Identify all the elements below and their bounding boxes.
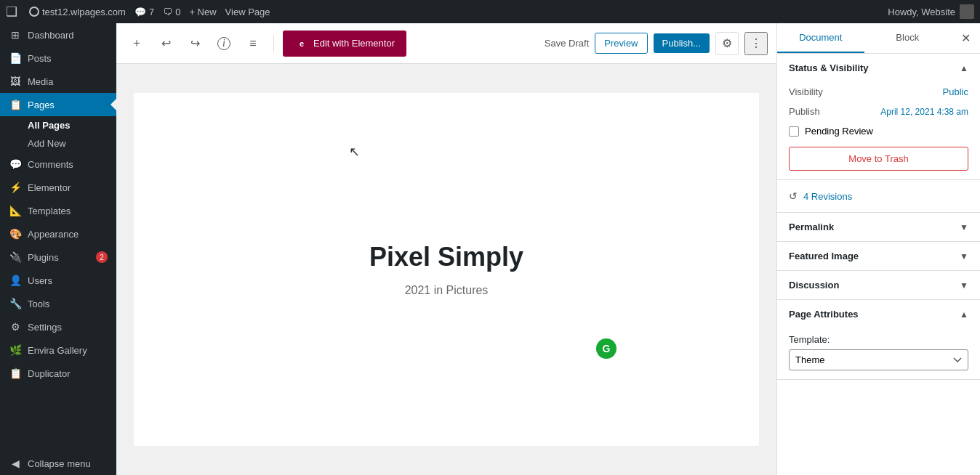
permalink-header[interactable]: Permalink ▼ (777, 213, 980, 241)
plugins-badge: 2 (96, 251, 108, 263)
sidebar-item-templates[interactable]: 📐 Templates (0, 199, 116, 222)
toolbar-divider (273, 35, 274, 52)
settings-button[interactable]: ⚙ (715, 32, 739, 55)
chevron-down-icon: ▼ (960, 222, 968, 232)
save-draft-button[interactable]: Save Draft (545, 38, 589, 49)
wp-logo-icon[interactable]: ❑ (6, 4, 17, 20)
gear-icon: ⚙ (722, 36, 732, 50)
publish-button[interactable]: Publish... (654, 33, 710, 53)
page-title: Pixel Simply (369, 242, 523, 272)
appearance-icon: 🎨 (9, 228, 22, 240)
add-icon: ＋ (131, 36, 142, 51)
sidebar-item-plugins[interactable]: 🔌 Plugins 2 (0, 245, 116, 269)
site-name[interactable]: test12.wlpages.com (29, 7, 126, 17)
publish-row: Publish April 12, 2021 4:38 am (789, 102, 968, 121)
duplicator-icon: 📋 (9, 368, 22, 379)
info-button[interactable]: i (212, 32, 236, 55)
admin-bar: ❑ test12.wlpages.com 💬 7 🗨 0 + New View … (0, 0, 980, 23)
sidebar-item-posts[interactable]: 📄 Posts (0, 46, 116, 70)
sidebar-item-users[interactable]: 👤 Users (0, 269, 116, 292)
users-icon: 👤 (9, 275, 22, 286)
chevron-up-icon-attributes: ▲ (960, 309, 968, 320)
redo-icon: ↪ (190, 36, 200, 50)
template-select[interactable]: Theme Default Template Elementor Canvas … (789, 349, 968, 370)
pages-icon: 📋 (9, 99, 22, 110)
publish-date-value[interactable]: April 12, 2021 4:38 am (880, 107, 968, 117)
sidebar-item-pages[interactable]: 📋 Pages (0, 93, 116, 116)
comments-icon: 💬 (9, 158, 22, 170)
tab-block[interactable]: Block (864, 23, 952, 53)
page-attributes-content: Template: Theme Default Template Element… (777, 328, 980, 379)
media-icon: 🖼 (9, 76, 22, 87)
sidebar-subitem-add-new[interactable]: Add New (0, 134, 116, 153)
editor-area: ＋ ↩ ↪ i ≡ e Edit with Elementor Save Dra… (116, 23, 776, 475)
redo-button[interactable]: ↪ (183, 32, 206, 55)
status-visibility-header[interactable]: Status & Visibility ▲ (777, 54, 980, 82)
sidebar-item-elementor[interactable]: ⚡ Elementor (0, 176, 116, 199)
featured-image-header[interactable]: Featured Image ▼ (777, 242, 980, 270)
page-attributes-section: Page Attributes ▲ Template: Theme Defaul… (777, 300, 980, 380)
pending-review-row: Pending Review (789, 121, 968, 141)
pages-arrow (111, 99, 116, 110)
sidebar-item-settings[interactable]: ⚙ Settings (0, 315, 116, 338)
new-button[interactable]: + New (189, 7, 216, 17)
canvas-area: Pixel Simply 2021 in Pictures G ↖ (116, 64, 776, 475)
revisions-section[interactable]: ↺ 4 Revisions (777, 180, 980, 213)
view-page-link[interactable]: View Page (225, 7, 270, 17)
toolbar-right: Save Draft Preview Publish... ⚙ ⋮ (545, 32, 768, 55)
status-visibility-content: Visibility Public Publish April 12, 2021… (777, 82, 980, 179)
status-visibility-section: Status & Visibility ▲ Visibility Public … (777, 54, 980, 180)
sidebar-item-media[interactable]: 🖼 Media (0, 70, 116, 93)
page-canvas: Pixel Simply 2021 in Pictures (134, 93, 759, 446)
sidebar-collapse-menu[interactable]: ◀ Collapse menu (0, 452, 116, 475)
undo-button[interactable]: ↩ (154, 32, 177, 55)
elementor-e-icon: e (294, 36, 309, 51)
tools-icon: 🔧 (9, 298, 22, 309)
collapse-icon: ◀ (9, 458, 22, 469)
add-block-button[interactable]: ＋ (125, 32, 148, 55)
info-icon: i (217, 37, 230, 50)
permalink-section: Permalink ▼ (777, 213, 980, 242)
featured-image-section: Featured Image ▼ (777, 242, 980, 271)
panel-body: Status & Visibility ▲ Visibility Public … (777, 54, 980, 475)
sidebar-item-comments[interactable]: 💬 Comments (0, 153, 116, 176)
dashboard-icon: ⊞ (9, 29, 22, 41)
list-view-button[interactable]: ≡ (241, 32, 265, 55)
elementor-icon: ⚡ (9, 182, 22, 193)
sidebar-subitem-all-pages[interactable]: All Pages (0, 116, 116, 134)
revisions-icon: ↺ (789, 190, 798, 202)
pending-review-checkbox[interactable] (789, 126, 799, 137)
undo-icon: ↩ (161, 36, 171, 50)
speech-icon: 🗨 (163, 7, 172, 17)
site-circle-icon (29, 7, 39, 17)
sidebar-item-envira[interactable]: 🌿 Envira Gallery (0, 338, 116, 362)
page-attributes-header[interactable]: Page Attributes ▲ (777, 300, 980, 328)
panel-header: Document Block ✕ (777, 23, 980, 54)
admin-comments-count[interactable]: 🗨 0 (163, 7, 180, 17)
sidebar-item-tools[interactable]: 🔧 Tools (0, 292, 116, 315)
ellipsis-icon: ⋮ (750, 36, 762, 50)
preview-button[interactable]: Preview (595, 33, 647, 54)
template-label: Template: (789, 334, 968, 345)
envira-icon: 🌿 (9, 344, 22, 356)
panel-close-button[interactable]: ✕ (954, 27, 977, 50)
tab-document[interactable]: Document (777, 23, 864, 53)
sidebar-item-dashboard[interactable]: ⊞ Dashboard (0, 23, 116, 46)
plugins-icon: 🔌 (9, 251, 22, 263)
sidebar-item-appearance[interactable]: 🎨 Appearance (0, 222, 116, 245)
visibility-value[interactable]: Public (943, 86, 968, 97)
sidebar-item-duplicator[interactable]: 📋 Duplicator (0, 362, 116, 385)
avatar (960, 4, 974, 19)
edit-elementor-button[interactable]: e Edit with Elementor (283, 31, 406, 57)
templates-icon: 📐 (9, 205, 22, 216)
comments-count[interactable]: 💬 7 (134, 7, 154, 17)
editor-toolbar: ＋ ↩ ↪ i ≡ e Edit with Elementor Save Dra… (116, 23, 776, 64)
move-to-trash-button[interactable]: Move to Trash (789, 147, 968, 171)
chevron-up-icon: ▲ (960, 63, 968, 73)
close-icon: ✕ (961, 31, 971, 45)
more-options-button[interactable]: ⋮ (744, 32, 768, 55)
right-panel: Document Block ✕ Status & Visibility ▲ V… (776, 23, 980, 475)
discussion-header[interactable]: Discussion ▼ (777, 271, 980, 299)
chevron-down-icon-discussion: ▼ (960, 280, 968, 291)
discussion-section: Discussion ▼ (777, 271, 980, 300)
